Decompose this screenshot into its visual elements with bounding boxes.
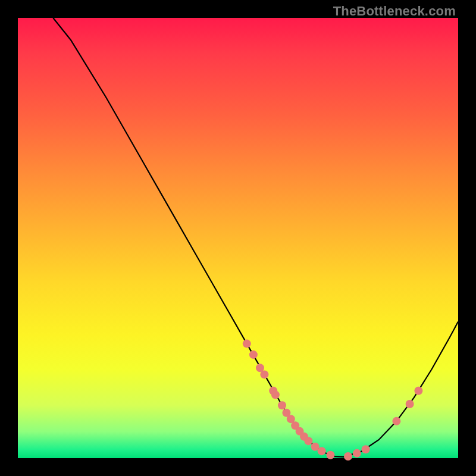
data-point: [353, 449, 361, 458]
data-point: [304, 437, 312, 445]
data-point: [414, 387, 422, 395]
data-point: [362, 445, 370, 453]
data-point: [243, 340, 251, 348]
bottleneck-curve: [53, 18, 458, 457]
data-point: [318, 447, 326, 455]
data-point: [260, 370, 268, 378]
data-point: [344, 452, 352, 461]
data-point: [406, 400, 414, 408]
data-points-group: [243, 340, 423, 461]
data-point: [392, 417, 400, 425]
chart-svg: [18, 18, 458, 458]
watermark-text: TheBottleneck.com: [333, 4, 456, 19]
data-point: [278, 401, 286, 409]
data-point: [271, 390, 280, 399]
data-point: [326, 451, 334, 459]
chart-area: [18, 18, 458, 458]
data-point: [249, 350, 258, 359]
